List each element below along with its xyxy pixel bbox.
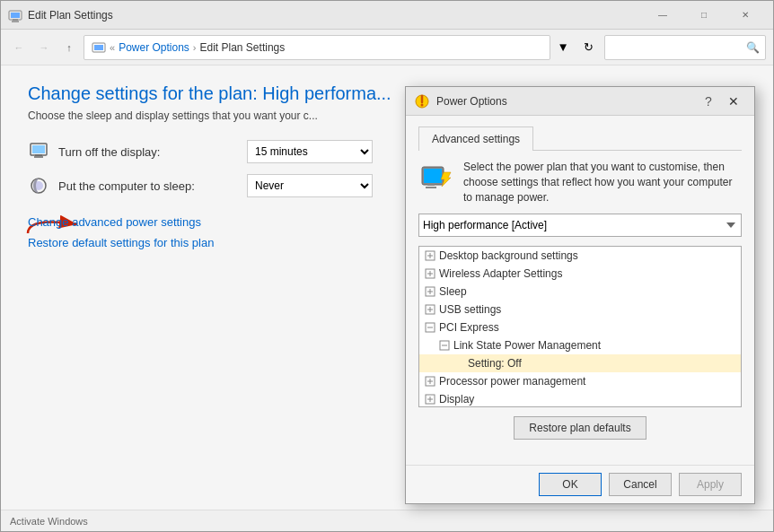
maximize-button[interactable]: □ <box>683 1 725 30</box>
minimize-button[interactable]: — <box>642 1 683 30</box>
svg-rect-1 <box>11 13 20 18</box>
svg-rect-5 <box>94 45 103 50</box>
dialog-title-bar: Power Options ? ✕ <box>406 87 754 116</box>
status-text: Activate Windows <box>10 516 88 527</box>
title-bar: Edit Plan Settings — □ ✕ <box>1 1 773 30</box>
expand-pci <box>423 320 437 335</box>
tree-item-pci[interactable]: PCI Express <box>419 318 741 336</box>
forward-button[interactable]: → <box>33 37 55 58</box>
dialog-help-button[interactable]: ? <box>697 92 720 111</box>
plan-selector[interactable]: High performance [Active] Balanced Power… <box>418 214 742 237</box>
window-icon <box>8 8 22 22</box>
sleep-label: Put the computer to sleep: <box>58 179 238 193</box>
display-label: Turn off the display: <box>58 145 238 159</box>
expand-setting <box>452 356 466 371</box>
tree-item-wireless[interactable]: Wireless Adapter Settings <box>419 265 741 283</box>
dialog-title-buttons: ? ✕ <box>697 92 745 111</box>
address-bar: ← → ↑ « Power Options › Edit Plan Settin… <box>1 30 773 65</box>
expand-wireless <box>423 266 437 281</box>
expand-usb <box>423 302 437 317</box>
dialog-content: Advanced settings Select the power plan … <box>406 116 754 465</box>
window-title: Edit Plan Settings <box>28 9 642 22</box>
sleep-dropdown[interactable]: Never 1 minute 5 minutes 10 minutes 15 m… <box>247 174 373 197</box>
search-box: 🔍 <box>604 35 766 60</box>
status-bar: Activate Windows <box>1 510 773 531</box>
dialog-footer: OK Cancel Apply <box>406 465 754 503</box>
svg-point-14 <box>421 103 424 106</box>
address-dropdown-button[interactable]: ▼ <box>554 35 572 60</box>
back-button[interactable]: ← <box>8 37 30 58</box>
tree-item-sleep[interactable]: Sleep <box>419 283 741 301</box>
restore-plan-defaults-button[interactable]: Restore plan defaults <box>514 416 646 440</box>
tree-item-link-state[interactable]: Link State Power Management <box>419 336 741 354</box>
expand-sleep <box>423 284 437 299</box>
display-dropdown[interactable]: 15 minutes Never 1 minute 5 minutes 10 m… <box>247 140 373 163</box>
expand-display <box>423 392 437 406</box>
tree-item-usb[interactable]: USB settings <box>419 301 741 318</box>
path-link-power-options[interactable]: Power Options <box>119 41 189 54</box>
svg-rect-7 <box>32 145 45 153</box>
refresh-button[interactable]: ↻ <box>576 35 601 60</box>
tree-item-display[interactable]: Display <box>419 390 741 407</box>
close-button[interactable]: ✕ <box>725 1 766 30</box>
display-icon <box>28 141 49 162</box>
expand-desktop-bg <box>423 249 437 263</box>
dialog-close-button[interactable]: ✕ <box>722 92 745 111</box>
search-icon: 🔍 <box>746 41 760 54</box>
dialog-tab-bar: Advanced settings <box>418 126 742 151</box>
apply-button[interactable]: Apply <box>679 473 742 496</box>
path-current: Edit Plan Settings <box>200 41 286 54</box>
power-options-dialog: Power Options ? ✕ Advanced settings <box>405 86 755 504</box>
svg-rect-16 <box>424 169 442 183</box>
up-button[interactable]: ↑ <box>58 37 80 58</box>
expand-processor <box>423 374 437 388</box>
search-input[interactable] <box>611 41 746 54</box>
tree-container[interactable]: Desktop background settings Wireless Ada… <box>418 246 742 407</box>
address-path: « Power Options › Edit Plan Settings <box>84 35 550 60</box>
path-separator-2: › <box>193 42 197 53</box>
tree-item-setting-off[interactable]: Setting: Off <box>419 354 741 372</box>
dialog-description-text: Select the power plan that you want to c… <box>463 160 742 205</box>
main-window: Edit Plan Settings — □ ✕ ← → ↑ « Power O… <box>0 0 774 532</box>
expand-link-state <box>437 338 452 353</box>
path-icon <box>92 40 106 55</box>
tab-advanced-settings[interactable]: Advanced settings <box>418 126 533 151</box>
dialog-power-icon <box>418 160 454 196</box>
dialog-icon <box>415 94 429 109</box>
sleep-icon <box>28 175 49 196</box>
tree-item-desktop-bg[interactable]: Desktop background settings <box>419 247 741 265</box>
dialog-title-text: Power Options <box>436 95 697 108</box>
cancel-button[interactable]: Cancel <box>609 473 672 496</box>
ok-button[interactable]: OK <box>539 473 602 496</box>
window-controls: — □ ✕ <box>642 1 766 30</box>
path-separator-1: « <box>110 42 115 53</box>
dialog-description-section: Select the power plan that you want to c… <box>418 160 742 205</box>
tree-item-processor[interactable]: Processor power management <box>419 372 741 390</box>
